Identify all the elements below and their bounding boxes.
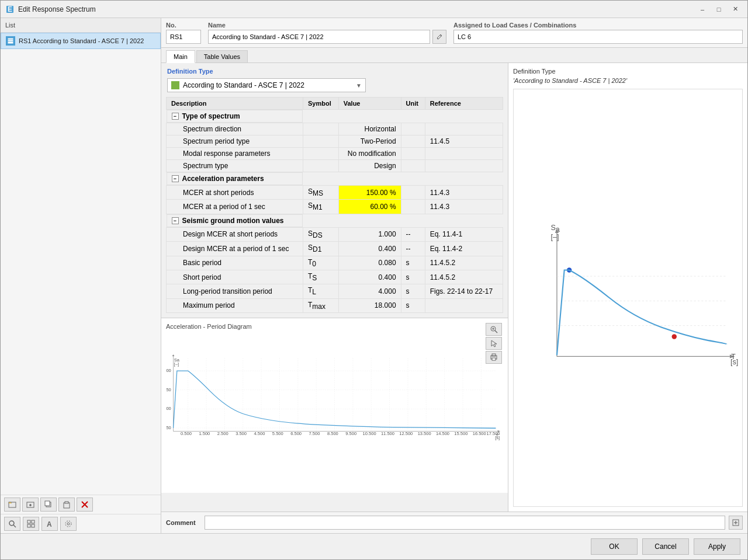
cell-value: No modification (338, 148, 401, 160)
cell-symbol (303, 123, 338, 135)
cell-symbol: Tmax (303, 298, 338, 312)
delete-button[interactable] (77, 498, 93, 512)
chart-cursor-button[interactable] (486, 337, 502, 350)
folder-new-button[interactable] (22, 498, 39, 512)
list-item-icon (6, 36, 15, 46)
svg-text:15.500: 15.500 (454, 431, 468, 436)
row-short-period: Short period TS 0.400 s 11.4.5.2 (167, 270, 503, 284)
preview-def-value: 'According to Standard - ASCE 7 | 2022' (513, 77, 743, 84)
svg-marker-56 (172, 354, 175, 356)
close-button[interactable]: ✕ (728, 4, 743, 15)
comment-label: Comment (166, 519, 201, 526)
collapse-accel-btn[interactable]: − (172, 175, 179, 182)
collapse-type-btn[interactable]: − (172, 113, 179, 120)
chart-print-button[interactable] (486, 351, 502, 364)
svg-text:10.500: 10.500 (363, 431, 376, 436)
tab-table-values[interactable]: Table Values (196, 50, 248, 62)
cell-desc: Basic period (167, 256, 303, 270)
def-type-select[interactable]: According to Standard - ASCE 7 | 2022 ▼ (167, 78, 366, 92)
chart-toolbar (486, 323, 502, 364)
settings-button[interactable] (60, 517, 77, 531)
section-row-seismic: − Seismic ground motion values (167, 214, 503, 227)
cell-ref (425, 298, 503, 312)
list-item[interactable]: RS1 According to Standard - ASCE 7 | 202… (1, 33, 161, 49)
svg-text:4.500: 4.500 (254, 431, 265, 436)
row-design-mcer-short: Design MCER at short periods SDS 1.000 -… (167, 227, 503, 241)
cell-value: 4.000 (338, 284, 401, 298)
minimize-button[interactable]: – (695, 4, 710, 15)
svg-text:0.500: 0.500 (181, 431, 192, 436)
cell-unit (401, 200, 425, 214)
tabs-bar: Main Table Values (161, 48, 747, 63)
svg-point-96 (672, 334, 677, 339)
cell-desc: MCER at a period of 1 sec (167, 200, 303, 214)
svg-text:5.500: 5.500 (272, 431, 283, 436)
assigned-field-group: Assigned to Load Cases / Combinations LC… (453, 22, 743, 44)
col-description: Description (167, 98, 303, 110)
col-symbol: Symbol (303, 98, 338, 110)
comment-input[interactable] (205, 516, 725, 530)
cell-unit: s (401, 270, 425, 284)
cell-value-mcer-1sec[interactable]: 60.00 % (338, 200, 401, 214)
svg-rect-2 (8, 38, 13, 44)
name-edit-button[interactable] (432, 30, 446, 44)
cell-desc: MCER at short periods (167, 186, 303, 200)
top-fields: No. Name Assigned to Load Cases / Combin… (161, 18, 747, 48)
window-title: Edit Response Spectrum (18, 5, 695, 13)
cell-unit: s (401, 298, 425, 312)
def-type-section-title: Definition Type (161, 63, 508, 77)
grid-button[interactable] (23, 517, 39, 531)
svg-point-22 (67, 523, 70, 525)
cell-value-mcer-short[interactable]: 150.00 % (338, 186, 401, 200)
section-row-type: − Type of spectrum (167, 110, 503, 123)
cell-unit: -- (401, 242, 425, 256)
row-modal-response: Modal response parameters No modificatio… (167, 148, 503, 160)
cell-ref (425, 123, 503, 135)
cell-unit: s (401, 256, 425, 270)
svg-text:7.500: 7.500 (309, 431, 320, 436)
svg-text:11.500: 11.500 (381, 431, 394, 436)
svg-line-78 (495, 331, 497, 333)
bottom-chart-svg: Sa [–] 1.000 0.750 0.500 0.250 (166, 332, 503, 461)
assigned-value: LC 6 (453, 30, 743, 44)
chart-title: Acceleration - Period Diagram (166, 323, 503, 330)
folder-open-button[interactable] (4, 498, 20, 512)
row-spectrum-direction: Spectrum direction Horizontal (167, 123, 503, 135)
search-button[interactable] (4, 517, 20, 531)
cell-value: Design (338, 160, 401, 172)
row-mcer-1sec: MCER at a period of 1 sec SM1 60.00 % 11… (167, 200, 503, 214)
row-long-period: Long-period transition period TL 4.000 s… (167, 284, 503, 298)
no-label: No. (166, 22, 201, 29)
cell-unit (401, 186, 425, 200)
svg-rect-20 (32, 524, 34, 527)
name-input[interactable] (208, 30, 430, 44)
text-button[interactable]: A (41, 517, 58, 531)
comment-section: Comment (161, 512, 747, 533)
cell-value: 1.000 (338, 227, 401, 241)
ok-button[interactable]: OK (591, 538, 638, 555)
cell-value: Two-Period (338, 135, 401, 148)
svg-point-23 (65, 521, 71, 527)
search-row: A (1, 514, 161, 533)
chevron-down-icon: ▼ (356, 82, 362, 89)
cell-desc: Design MCER at short periods (167, 227, 303, 241)
cell-value: 0.080 (338, 256, 401, 270)
svg-text:9.500: 9.500 (345, 431, 356, 436)
collapse-seismic-btn[interactable]: − (172, 217, 179, 224)
left-panel: List RS1 According to Standard - ASCE 7 … (1, 18, 161, 533)
chart-zoom-button[interactable] (486, 323, 502, 336)
cell-ref (425, 160, 503, 172)
copy-button[interactable] (40, 498, 57, 512)
comment-add-button[interactable] (729, 516, 743, 530)
no-input[interactable] (166, 30, 201, 44)
tab-main[interactable]: Main (166, 50, 195, 63)
cell-desc: Spectrum type (167, 160, 303, 172)
svg-text:0.250: 0.250 (166, 425, 171, 430)
paste-button[interactable] (58, 498, 75, 512)
maximize-button[interactable]: □ (711, 4, 726, 15)
title-bar: E Edit Response Spectrum – □ ✕ (1, 1, 747, 18)
content-area: Definition Type According to Standard - … (161, 63, 747, 512)
apply-button[interactable]: Apply (694, 538, 740, 555)
cell-desc: Long-period transition period (167, 284, 303, 298)
cancel-button[interactable]: Cancel (642, 538, 689, 555)
